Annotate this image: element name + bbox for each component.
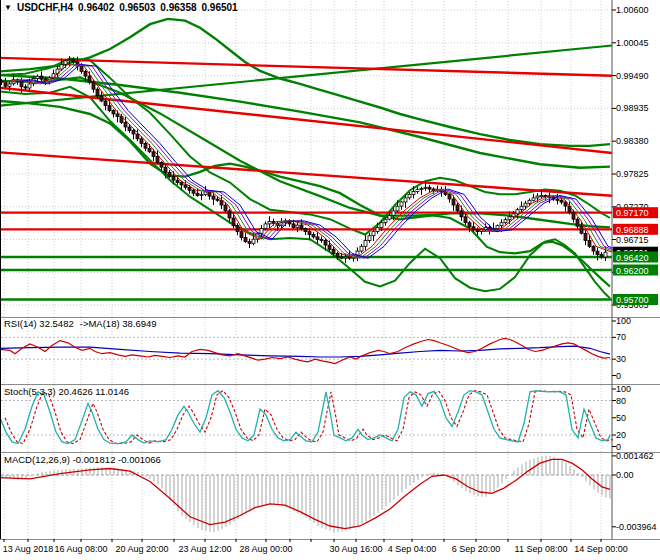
stoch-tick-label: 100	[616, 384, 631, 394]
candle-body	[36, 76, 39, 78]
candle-body	[316, 237, 319, 239]
candle-body	[228, 211, 231, 218]
candle-body	[528, 200, 531, 203]
price-badge-text: 0.96200	[616, 266, 649, 276]
candle-body	[144, 144, 147, 149]
candle-body	[152, 152, 155, 157]
candle-body	[84, 71, 87, 76]
candle-body	[80, 66, 83, 71]
candle-body	[188, 187, 191, 190]
candle-body	[248, 242, 251, 244]
candle-body	[424, 187, 427, 188]
rsi-tick-label: 100	[616, 316, 631, 326]
price-tick-label: 0.96715	[616, 235, 649, 245]
macd-tick-label: 0.00	[616, 470, 634, 480]
macd-tick-label: 0.001462	[616, 451, 654, 461]
candle-body	[136, 134, 139, 139]
candle-body	[572, 212, 575, 219]
candle-body	[532, 198, 535, 200]
price-tick-label: 0.99490	[616, 71, 649, 81]
candle-body	[468, 223, 471, 227]
candle-body	[128, 127, 131, 131]
candle-body	[388, 216, 391, 220]
dropdown-arrow-icon[interactable]: ▼	[4, 3, 12, 12]
candle-body	[260, 229, 263, 234]
candle-body	[200, 194, 203, 195]
candle-body	[320, 239, 323, 240]
price-badge-text: 0.95700	[616, 295, 649, 305]
candle-body	[60, 64, 63, 69]
candle-body	[92, 82, 95, 89]
candle-body	[100, 96, 103, 101]
candle-body	[112, 110, 115, 114]
candle-body	[236, 226, 239, 232]
candle-body	[160, 162, 163, 167]
candle-body	[420, 188, 423, 189]
candle-body	[380, 223, 383, 228]
candle-body	[308, 232, 311, 235]
price-badge-text: 0.97170	[616, 208, 649, 218]
candle-body	[208, 192, 211, 196]
candle-body	[4, 82, 7, 86]
candle-body	[384, 219, 387, 223]
time-label: 11 Sep 08:00	[515, 544, 568, 554]
candle-body	[40, 76, 43, 79]
candle-body	[560, 200, 563, 202]
candle-body	[116, 114, 119, 116]
candle-body	[196, 193, 199, 195]
candle-body	[408, 194, 411, 198]
candle-body	[496, 226, 499, 229]
candle-body	[264, 224, 267, 229]
candle-body	[360, 246, 363, 251]
candle-body	[216, 199, 219, 200]
candle-body	[476, 230, 479, 232]
chart-canvas[interactable]: 1.006001.000450.994900.989350.983800.978…	[0, 0, 660, 560]
candle-body	[524, 203, 527, 206]
candle-body	[184, 185, 187, 187]
candle-body	[104, 101, 107, 106]
candle-body	[416, 190, 419, 192]
candle-body	[108, 106, 111, 111]
candle-body	[312, 235, 315, 237]
candle-body	[412, 191, 415, 194]
candle-body	[192, 190, 195, 193]
candle-body	[24, 87, 27, 88]
price-tick-label: 1.00045	[616, 38, 649, 48]
macd-tick-label: -0.003964	[616, 522, 657, 532]
candle-body	[344, 257, 347, 258]
candle-body	[292, 224, 295, 228]
price-badge-text: 0.96888	[616, 225, 649, 235]
candle-body	[96, 89, 99, 96]
candle-body	[400, 202, 403, 206]
candle-body	[88, 76, 91, 82]
candle-body	[348, 257, 351, 258]
candle-body	[516, 210, 519, 214]
candle-body	[180, 183, 183, 185]
candle-body	[28, 84, 31, 88]
candle-body	[172, 177, 175, 181]
candle-body	[332, 249, 335, 253]
price-badge-text: 0.96420	[616, 253, 649, 263]
time-label: 20 Aug 20:00	[115, 544, 168, 554]
candle-body	[500, 223, 503, 226]
candle-body	[592, 246, 595, 251]
candle-body	[336, 253, 339, 257]
candle-body	[156, 157, 159, 163]
chart-window: 1.006001.000450.994900.989350.983800.978…	[0, 0, 660, 560]
candle-body	[244, 238, 247, 242]
candle-body	[368, 236, 371, 241]
candle-body	[460, 211, 463, 217]
candle-body	[20, 82, 23, 87]
candle-body	[72, 60, 75, 62]
candle-body	[452, 199, 455, 205]
price-tick-label: 0.98380	[616, 136, 649, 146]
candle-body	[556, 199, 559, 200]
candle-body	[392, 211, 395, 216]
candle-body	[428, 187, 431, 189]
candle-body	[588, 240, 591, 246]
candle-body	[132, 131, 135, 135]
price-tick-label: 0.97825	[616, 169, 649, 179]
time-label: 6 Sep 20:00	[452, 544, 501, 554]
candle-body	[168, 173, 171, 177]
stoch-tick-label: 50	[616, 413, 626, 423]
